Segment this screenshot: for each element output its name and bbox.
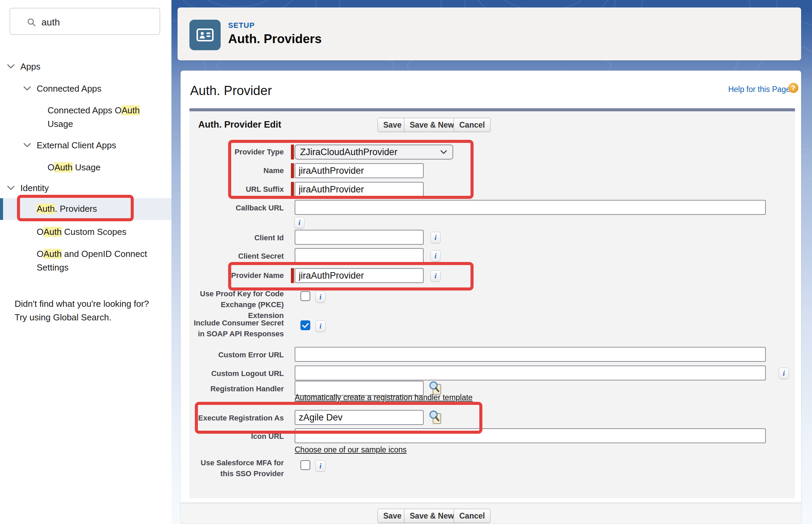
registration-handler-label: Registration Handler xyxy=(189,383,284,394)
setup-eyebrow: SETUP xyxy=(228,21,255,30)
sidebar-search-box[interactable] xyxy=(10,8,160,35)
auto-create-registration-handler-link[interactable]: Automatically create a registration hand… xyxy=(295,393,473,402)
salesforce-setup-page: Apps Connected Apps Connected Apps OAuth… xyxy=(0,0,812,524)
sidebar-notfound-text-line2: Try using Global Search. xyxy=(15,312,111,323)
help-question-icon[interactable]: ? xyxy=(788,83,798,93)
sidebar-item-oauth-custom-scopes[interactable]: OAuth Custom Scopes xyxy=(37,227,126,237)
client-secret-input[interactable] xyxy=(295,248,424,263)
card-footer xyxy=(181,503,801,524)
client-id-input[interactable] xyxy=(295,230,424,245)
sidebar-notfound-text: Didn't find what you're looking for? xyxy=(15,299,149,309)
annotation-box-provider-name xyxy=(228,262,474,291)
chevron-down-icon[interactable] xyxy=(23,143,31,148)
info-icon[interactable]: i xyxy=(431,232,441,243)
custom-error-url-label: Custom Error URL xyxy=(189,349,284,360)
callback-url-input[interactable] xyxy=(295,200,766,215)
info-icon[interactable]: i xyxy=(431,250,441,262)
auth-providers-setup-icon xyxy=(190,20,221,50)
setup-page-title: Auth. Providers xyxy=(228,32,322,46)
sidebar-item-oauth-usage[interactable]: OAuth Usage xyxy=(48,162,100,173)
chevron-down-icon[interactable] xyxy=(7,64,15,69)
search-highlight: Auth xyxy=(44,227,62,237)
choose-sample-icons-link[interactable]: Choose one of our sample icons xyxy=(295,445,407,455)
cancel-button-bottom[interactable]: Cancel xyxy=(454,509,490,523)
client-id-label: Client Id xyxy=(189,232,284,243)
sidebar-item-connected-apps-oauth-usage[interactable]: Connected Apps OAuth xyxy=(48,105,140,116)
setup-sidebar: Apps Connected Apps Connected Apps OAuth… xyxy=(0,0,172,524)
edit-section-top-bar xyxy=(190,108,795,111)
custom-logout-url-label: Custom Logout URL xyxy=(189,368,284,379)
help-for-this-page-link[interactable]: Help for this Page xyxy=(728,85,790,94)
cancel-button[interactable]: Cancel xyxy=(454,118,490,132)
sidebar-item-apps[interactable]: Apps xyxy=(20,62,40,72)
client-secret-label: Client Secret xyxy=(189,251,284,262)
soap-secret-checkbox[interactable] xyxy=(301,321,310,330)
search-input[interactable] xyxy=(41,15,154,30)
annotation-box-execute-registration-as xyxy=(195,402,482,434)
sidebar-item-oauth-openid-settings[interactable]: OAuth and OpenID Connect xyxy=(37,249,147,259)
callback-url-label: Callback URL xyxy=(189,202,284,213)
sidebar-item-connected-apps[interactable]: Connected Apps xyxy=(37,83,101,94)
search-icon xyxy=(27,17,37,28)
mfa-checkbox[interactable] xyxy=(301,460,310,470)
sidebar-item-identity[interactable]: Identity xyxy=(20,183,49,194)
save-button[interactable]: Save xyxy=(377,118,407,132)
info-icon[interactable]: i xyxy=(315,460,326,472)
page-title: Auth. Provider xyxy=(190,83,272,98)
edit-section-title: Auth. Provider Edit xyxy=(198,119,281,130)
sidebar-active-indicator xyxy=(0,198,3,220)
info-icon[interactable]: i xyxy=(315,321,326,332)
soap-secret-label: Include Consumer Secret in SOAP API Resp… xyxy=(189,318,284,339)
info-icon[interactable]: i xyxy=(779,367,789,379)
save-button-bottom[interactable]: Save xyxy=(377,509,407,523)
info-icon[interactable]: i xyxy=(294,217,305,228)
pkce-checkbox[interactable] xyxy=(301,291,310,301)
save-and-new-button[interactable]: Save & New xyxy=(404,118,460,132)
mfa-label: Use Salesforce MFA for this SSO Provider xyxy=(189,458,284,479)
custom-error-url-input[interactable] xyxy=(295,347,766,362)
sidebar-item-external-client-apps[interactable]: External Client Apps xyxy=(37,140,116,151)
pkce-label: Use Proof Key for Code Exchange (PKCE) E… xyxy=(189,289,284,321)
info-icon[interactable]: i xyxy=(315,291,326,303)
custom-logout-url-input[interactable] xyxy=(295,365,766,380)
search-highlight: Auth xyxy=(121,105,140,115)
annotation-box-provider-type-name-suffix xyxy=(228,140,474,199)
sidebar-item-connected-apps-oauth-usage-line2[interactable]: Usage xyxy=(48,119,73,129)
annotation-box-auth-providers xyxy=(17,195,134,221)
search-highlight: Auth xyxy=(54,162,72,173)
chevron-down-icon[interactable] xyxy=(7,185,15,191)
sidebar-item-oauth-openid-settings-line2[interactable]: Settings xyxy=(37,262,68,273)
chevron-down-icon[interactable] xyxy=(23,86,31,91)
save-and-new-button-bottom[interactable]: Save & New xyxy=(404,509,460,523)
search-highlight: Auth xyxy=(44,249,62,259)
